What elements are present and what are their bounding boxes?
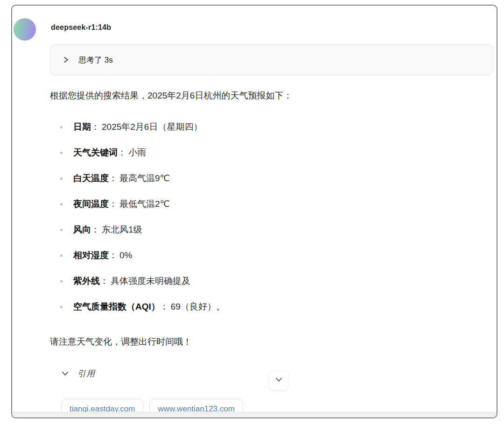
bullet-dot bbox=[60, 126, 63, 128]
bullet-dot bbox=[60, 229, 63, 231]
bullet-dot bbox=[60, 203, 63, 205]
item-term: 紫外线 bbox=[73, 276, 100, 286]
list-item: 天气关键词：小雨 bbox=[50, 148, 479, 158]
item-value: 0% bbox=[119, 250, 132, 260]
citations-label: 引用 bbox=[77, 368, 95, 379]
list-item: 风向：东北风1级 bbox=[50, 225, 479, 235]
item-separator: ： bbox=[100, 276, 109, 286]
scroll-to-bottom-button[interactable] bbox=[269, 371, 288, 390]
bullet-dot bbox=[60, 177, 63, 180]
bullet-dot bbox=[60, 254, 63, 257]
item-value: 2025年2月6日（星期四） bbox=[102, 122, 202, 132]
list-item: 夜间温度：最低气温2℃ bbox=[50, 199, 479, 209]
item-separator: ： bbox=[109, 173, 118, 183]
bullet-dot bbox=[60, 280, 63, 283]
item-separator: ： bbox=[160, 302, 169, 311]
list-item: 紫外线：具体强度未明确提及 bbox=[50, 276, 479, 286]
item-separator: ： bbox=[91, 225, 100, 234]
list-item: 日期：2025年2月6日（星期四） bbox=[50, 122, 479, 132]
bullet-dot bbox=[60, 152, 63, 154]
citations-toggle[interactable]: 引用 bbox=[61, 368, 95, 379]
item-value: 具体强度未明确提及 bbox=[111, 276, 190, 286]
item-separator: ： bbox=[109, 199, 118, 209]
chevron-down-icon bbox=[61, 370, 69, 377]
closing-paragraph: 请注意天气变化，调整出行时间哦！ bbox=[50, 336, 192, 348]
weather-list: 日期：2025年2月6日（星期四） 天气关键词：小雨 白天温度：最高气温9℃ 夜… bbox=[50, 122, 479, 327]
thinking-toggle[interactable]: 思考了 3s bbox=[50, 44, 493, 75]
list-item: 空气质量指数（AQI）：69（良好）。 bbox=[50, 302, 479, 312]
item-term: 相对湿度 bbox=[73, 250, 109, 260]
item-term: 空气质量指数（AQI） bbox=[73, 302, 160, 311]
model-name: deepseek-r1:14b bbox=[51, 23, 111, 32]
list-item: 相对湿度：0% bbox=[50, 250, 479, 261]
item-value: 最高气温9℃ bbox=[119, 173, 170, 183]
item-value: 小雨 bbox=[128, 148, 146, 157]
bottom-scroll-track bbox=[12, 412, 497, 417]
assistant-avatar bbox=[14, 18, 36, 41]
list-item: 白天温度：最高气温9℃ bbox=[50, 173, 479, 184]
item-separator: ： bbox=[118, 148, 126, 157]
item-value: 最低气温2℃ bbox=[119, 199, 170, 209]
item-term: 白天温度 bbox=[73, 173, 109, 183]
item-separator: ： bbox=[109, 250, 118, 260]
item-value: 东北风1级 bbox=[102, 225, 142, 234]
item-term: 日期 bbox=[73, 122, 91, 132]
item-term: 夜间温度 bbox=[73, 199, 109, 209]
item-value: 69（良好）。 bbox=[171, 302, 225, 311]
chevron-down-icon bbox=[275, 376, 283, 385]
chevron-right-icon bbox=[63, 56, 70, 64]
thinking-label: 思考了 3s bbox=[78, 55, 113, 65]
assistant-message-card: deepseek-r1:14b 思考了 3s 根据您提供的搜索结果，2025年2… bbox=[11, 5, 497, 418]
item-separator: ： bbox=[91, 122, 100, 132]
intro-paragraph: 根据您提供的搜索结果，2025年2月6日杭州的天气预报如下： bbox=[50, 90, 479, 102]
item-term: 天气关键词 bbox=[73, 148, 118, 157]
bullet-dot bbox=[60, 306, 63, 308]
item-term: 风向 bbox=[73, 225, 91, 234]
